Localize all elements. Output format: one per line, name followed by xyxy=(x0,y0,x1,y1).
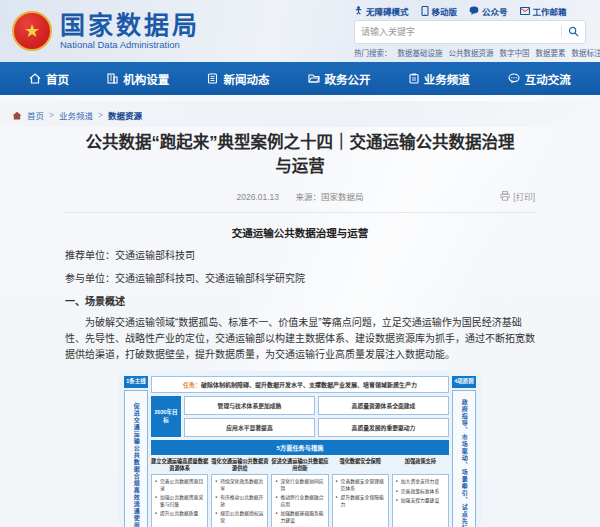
breadcrumb-item-home[interactable]: 首页 xyxy=(27,109,44,121)
topbar-links: 无障碍模式 移动版 公众号 工作邮箱 xyxy=(354,5,586,17)
tasks-banner: 5方面任务与措施 xyxy=(151,440,449,455)
article-source: 来源：国家数据局 xyxy=(295,192,363,202)
nav-label: 首页 xyxy=(46,71,69,87)
hot-search-label: 热门搜索： xyxy=(354,47,392,58)
national-emblem-logo: ★ xyxy=(12,11,52,51)
article: 公共数据“跑起来”典型案例之十四｜交通运输公共数据治理与运营 2026.01.1… xyxy=(65,131,535,527)
building-icon xyxy=(107,73,118,84)
article-subtitle: 交通运输公共数据治理与运营 xyxy=(65,225,535,240)
column-bullet: 有序推动公共数据开放 xyxy=(215,495,265,508)
breadcrumb-item-channel[interactable]: 业务频道 xyxy=(59,109,93,121)
column-bullet: 深化行业数据协同应用 xyxy=(275,479,325,492)
diagram-left-column: 1条主线 促进交通运输公共数据合规高效流通使用 xyxy=(124,376,148,527)
participant-unit-line: 参与单位：交通运输部科技司、交通运输部科学研究院 xyxy=(65,271,535,286)
nav-item-business-channel[interactable]: 业务频道 xyxy=(409,71,470,87)
breadcrumb-separator: > xyxy=(98,110,103,120)
main-line-text: 促进交通运输公共数据合规高效流通使用 xyxy=(124,390,148,527)
site-title-en: National Data Administration xyxy=(60,39,200,50)
page-body: 首页 > 业务频道 > 数据资源 公共数据“跑起来”典型案例之十四｜交通运输公共… xyxy=(0,95,600,527)
goals-row: 2030年目标 管理与技术体系更加成熟 高质量资源体系全面建成 应用水平显著提高… xyxy=(151,396,449,437)
task-column-1: 建立交通运输高质量数据资源体系 完善公共数据资源目录 加强公共数据资源采集与归集… xyxy=(151,458,208,527)
task-column-4: 强化数据安全保障 完善数据安全管理规范体系 提升数据安全保障能力 xyxy=(332,458,389,527)
document-icon xyxy=(207,73,218,84)
task-text: 破除体制机制障碍、提升数据开发水平、支撑数据产业发展、培育领域新质生产力 xyxy=(201,382,417,388)
mobile-phone-icon xyxy=(421,6,429,16)
nav-item-home[interactable]: 首页 xyxy=(29,71,69,87)
mobile-version-link[interactable]: 移动版 xyxy=(421,5,458,17)
breadcrumb-separator: > xyxy=(49,110,54,120)
search-input[interactable] xyxy=(361,27,561,37)
page-title: 公共数据“跑起来”典型案例之十四｜交通运输公共数据治理与运营 xyxy=(80,131,520,179)
column-bullet: 完善政策标准体系 xyxy=(396,489,446,495)
task-bar: 任务：破除体制机制障碍、提升数据开发水平、支撑数据产业发展、培育领域新质生产力 xyxy=(151,376,449,393)
column-bullet: 持续深化政务数据共享 xyxy=(215,479,265,492)
print-button[interactable]: [打印] xyxy=(500,190,535,202)
topbar-link-label: 公众号 xyxy=(482,5,508,17)
column-title: 强化交通运输公共数据资源供给 xyxy=(211,458,268,472)
clipboard-icon xyxy=(409,73,419,84)
nav-label: 新闻动态 xyxy=(223,71,269,87)
search-button[interactable] xyxy=(561,26,579,37)
printer-icon xyxy=(500,191,510,201)
hot-search-item[interactable]: 公共数据资源 xyxy=(449,47,494,58)
framework-diagram: 1条主线 促进交通运输公共数据合规高效流通使用 任务：破除体制机制障碍、提升数据… xyxy=(119,371,481,527)
nav-item-organization[interactable]: 机构设置 xyxy=(107,71,169,87)
task-column-5: 加强政策支持 加大资金支持力度 完善政策标准体系 加强支撑力量建设 xyxy=(392,458,449,527)
column-bullet: 提升数据安全保障能力 xyxy=(336,495,386,508)
breadcrumb: 首页 > 业务频道 > 数据资源 xyxy=(0,101,600,127)
breadcrumb-item-current[interactable]: 数据资源 xyxy=(108,109,142,121)
accessibility-icon xyxy=(354,6,363,15)
section-heading: 一、场景概述 xyxy=(65,294,535,309)
column-title: 强化数据安全保障 xyxy=(332,458,389,472)
site-search xyxy=(354,20,586,44)
nav-label: 业务频道 xyxy=(424,71,470,87)
task-columns: 建立交通运输高质量数据资源体系 完善公共数据资源目录 加强公共数据资源采集与归集… xyxy=(151,458,449,527)
nav-item-interaction[interactable]: 互动交流 xyxy=(508,71,571,87)
site-brand[interactable]: ★ 国家数据局 National Data Administration xyxy=(12,11,200,51)
site-header: ★ 国家数据局 National Data Administration 无障碍… xyxy=(0,0,600,62)
meta-divider xyxy=(65,212,535,213)
search-icon xyxy=(568,26,579,37)
nav-label: 机构设置 xyxy=(123,71,169,87)
article-meta: 2026.01.13 来源：国家数据局 [打印] xyxy=(65,190,535,204)
article-paragraph: 为破解交通运输领域“数据孤岛、标准不一、价值未显”等痛点问题，立足交通运输作为国… xyxy=(65,315,535,364)
folder-open-icon xyxy=(308,73,320,84)
print-label: [打印] xyxy=(513,190,535,202)
framework-figure: 1条主线 促进交通运输公共数据合规高效流通使用 任务：破除体制机制障碍、提升数据… xyxy=(119,371,481,527)
task-column-3: 促进交通运输公共数据应用创新 深化行业数据协同应用 推动跨行业数据融合应用 加强… xyxy=(271,458,328,527)
hot-search-item[interactable]: 数据基础设施 xyxy=(398,47,443,58)
column-bullet: 加强数据基础服务能力建设 xyxy=(275,511,325,524)
breadcrumb-home-icon xyxy=(12,111,22,120)
wechat-account-link[interactable]: 公众号 xyxy=(469,5,508,17)
nav-label: 政务公开 xyxy=(325,71,371,87)
mail-icon xyxy=(520,7,530,15)
chat-icon xyxy=(508,73,520,84)
topbar-link-label: 移动版 xyxy=(432,5,458,17)
column-bullet: 完善数据安全管理规范体系 xyxy=(336,479,386,492)
accessibility-mode-link[interactable]: 无障碍模式 xyxy=(354,5,409,17)
main-line-tag: 1条主线 xyxy=(124,376,148,387)
column-title: 建立交通运输高质量数据资源体系 xyxy=(151,458,208,472)
nav-item-gov-affairs[interactable]: 政务公开 xyxy=(308,71,371,87)
column-bullet: 推动跨行业数据融合应用 xyxy=(275,495,325,508)
goal-box: 管理与技术体系更加成熟 xyxy=(184,396,315,415)
home-icon xyxy=(29,73,41,84)
principles-tag: 4项原则 xyxy=(452,376,476,387)
site-title: 国家数据局 xyxy=(60,12,200,38)
main-nav: 首页 机构设置 新闻动态 政务公开 业务频道 互动交流 xyxy=(0,62,600,95)
work-mail-link[interactable]: 工作邮箱 xyxy=(520,5,567,17)
hot-search-item[interactable]: 数据要素 xyxy=(536,47,566,58)
hot-search-item[interactable]: 数字中国 xyxy=(500,47,530,58)
diagram-right-column: 4项原则 政府指导、市场驱动、场景牵引、试点先行 xyxy=(452,376,476,527)
nav-item-news[interactable]: 新闻动态 xyxy=(207,71,269,87)
column-title: 加强政策支持 xyxy=(392,458,449,472)
nav-label: 互动交流 xyxy=(525,71,571,87)
column-bullet: 完善公共数据资源目录 xyxy=(155,479,205,492)
topbar-link-label: 工作邮箱 xyxy=(533,5,567,17)
goal-2030-tag: 2030年目标 xyxy=(151,396,181,437)
topbar-link-label: 无障碍模式 xyxy=(366,5,409,17)
chat-bubble-icon xyxy=(469,6,479,15)
principles-text: 政府指导、市场驱动、场景牵引、试点先行 xyxy=(452,390,476,527)
hot-search-item[interactable]: 数据标注 xyxy=(572,47,600,58)
column-bullet: 加强支撑力量建设 xyxy=(396,498,446,504)
